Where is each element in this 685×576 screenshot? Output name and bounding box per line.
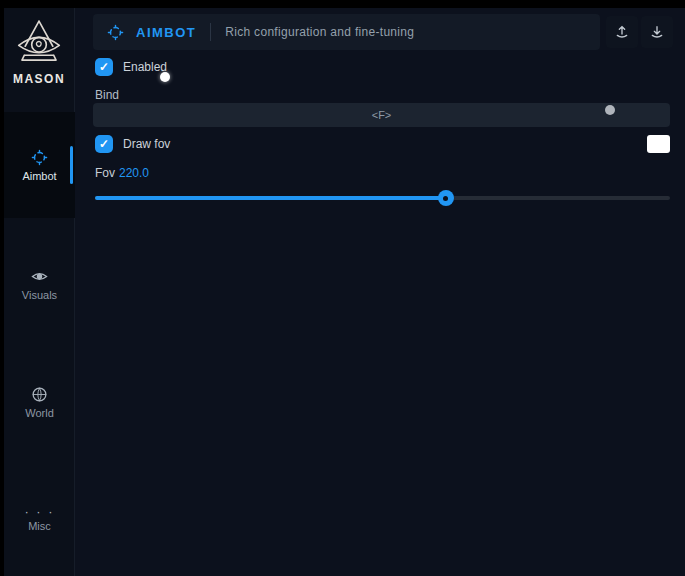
active-tab-indicator xyxy=(70,146,73,184)
enabled-checkbox[interactable]: ✓ xyxy=(95,58,113,76)
sidebar-item-world[interactable]: World xyxy=(4,376,75,428)
enabled-label: Enabled xyxy=(123,60,167,74)
main-panel: AIMBOT Rich configuration and fine-tunin… xyxy=(93,8,670,576)
download-icon xyxy=(649,24,665,40)
upload-icon xyxy=(614,24,630,40)
sidebar-item-label: Misc xyxy=(28,520,51,532)
draw-fov-checkbox[interactable]: ✓ xyxy=(95,135,113,153)
crosshair-icon xyxy=(107,24,124,41)
enabled-row: ✓ Enabled xyxy=(95,58,167,76)
fov-color-swatch[interactable] xyxy=(647,135,670,153)
fov-slider[interactable] xyxy=(95,188,670,208)
sidebar-item-label: Visuals xyxy=(22,289,57,301)
sidebar-item-label: Aimbot xyxy=(22,170,56,182)
fov-slider-fill xyxy=(95,196,446,200)
bind-label: Bind xyxy=(95,88,119,102)
brand-logo: MASON xyxy=(4,18,74,86)
globe-icon xyxy=(31,386,48,403)
pyramid-eye-icon xyxy=(13,18,65,68)
app-window: MASON Aimbot Visuals World xyxy=(4,8,685,576)
bind-value: <F> xyxy=(372,109,392,121)
check-icon: ✓ xyxy=(99,60,109,74)
eye-icon xyxy=(31,268,48,285)
header-divider xyxy=(210,23,211,41)
draw-fov-label: Draw fov xyxy=(123,137,170,151)
page-header: AIMBOT Rich configuration and fine-tunin… xyxy=(93,14,600,50)
fov-slider-handle[interactable] xyxy=(438,190,454,206)
import-config-button[interactable] xyxy=(641,16,673,48)
fov-label: Fov xyxy=(95,166,115,180)
check-icon: ✓ xyxy=(99,137,109,151)
sidebar-item-misc[interactable]: · · · Misc xyxy=(4,494,75,546)
mouse-cursor-dot xyxy=(160,72,170,82)
brand-name: MASON xyxy=(13,72,65,86)
sidebar: MASON Aimbot Visuals World xyxy=(4,8,75,576)
fov-value: 220.0 xyxy=(119,166,149,180)
export-config-button[interactable] xyxy=(606,16,638,48)
crosshair-icon xyxy=(31,149,48,166)
bind-input[interactable]: <F> xyxy=(93,103,670,127)
page-title: AIMBOT xyxy=(136,25,196,40)
draw-fov-row: ✓ Draw fov xyxy=(95,135,170,153)
ellipsis-icon: · · · xyxy=(24,508,54,516)
sidebar-item-aimbot[interactable]: Aimbot xyxy=(4,112,75,218)
sidebar-item-label: World xyxy=(25,407,54,419)
fov-label-row: Fov220.0 xyxy=(95,166,149,180)
bind-input-dot xyxy=(605,105,615,115)
sidebar-item-visuals[interactable]: Visuals xyxy=(4,258,75,310)
page-subtitle: Rich configuration and fine-tuning xyxy=(225,25,414,39)
